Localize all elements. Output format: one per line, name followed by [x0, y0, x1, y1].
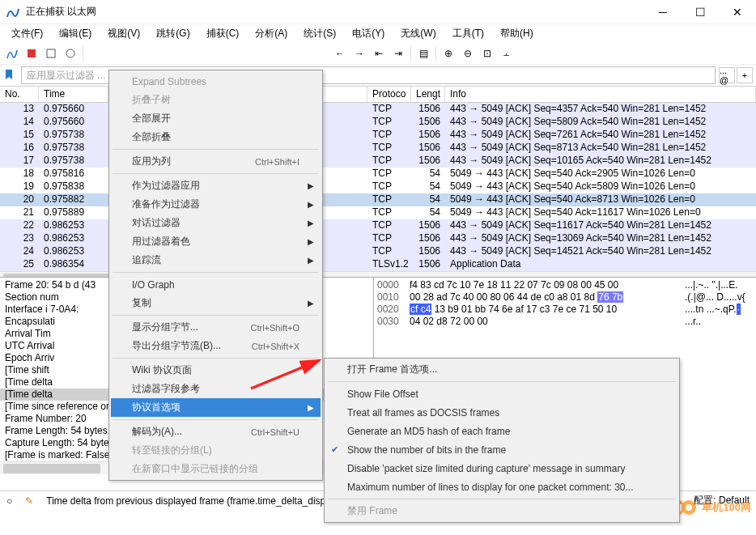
autoscroll-icon[interactable]: ▤	[414, 45, 432, 62]
stop-capture-icon[interactable]	[23, 45, 40, 62]
menu-item[interactable]: 追踪流▶	[111, 251, 321, 270]
menu-item[interactable]: 导出分组字节流(B)...Ctrl+Shift+X	[111, 337, 321, 355]
svg-point-2	[66, 49, 74, 57]
resize-cols-icon[interactable]: ⫠	[498, 45, 516, 62]
restart-capture-icon[interactable]	[42, 45, 60, 62]
start-capture-icon[interactable]	[3, 45, 21, 62]
svg-rect-1	[47, 49, 55, 57]
col-proto[interactable]: Protoco	[367, 87, 411, 102]
title-bar: 正在捕获 以太网 ─ ☐ ✕	[0, 0, 756, 24]
hex-row[interactable]: 0000f4 83 cd 7c 10 7e 18 11 22 07 7c 09 …	[374, 279, 756, 291]
menu-视图v[interactable]: 视图(V)	[100, 25, 148, 42]
menu-item[interactable]: 全部展开	[111, 109, 321, 128]
menu-编辑e[interactable]: 编辑(E)	[51, 25, 100, 42]
expert-icon[interactable]: ✎	[25, 495, 33, 507]
hex-row[interactable]: 001000 28 ad 7c 40 00 80 06 44 de c0 a8 …	[374, 291, 756, 304]
submenu-item[interactable]: 打开 Frame 首选项...	[326, 360, 677, 379]
submenu-item[interactable]: Treat all frames as DOCSIS frames	[326, 403, 677, 422]
zoom-in-icon[interactable]: ⊕	[440, 45, 457, 62]
col-info[interactable]: Info	[445, 87, 756, 102]
menu-item[interactable]: 复制▶	[111, 294, 321, 312]
capture-options-icon[interactable]	[62, 45, 79, 62]
main-toolbar: ← → ⇤ ⇥ ▤ ⊕ ⊖ ⊡ ⫠	[0, 42, 756, 65]
filter-expr-button[interactable]: ... @	[719, 67, 735, 83]
menu-item[interactable]: Wiki 协议页面	[111, 361, 321, 380]
hex-row[interactable]: 0020cf c4 13 b9 01 bb 74 6e af 17 c3 7e …	[374, 304, 756, 316]
window-title: 正在捕获 以太网	[26, 5, 644, 19]
menu-item[interactable]: 用过滤器着色▶	[111, 232, 321, 251]
menu-item[interactable]: 准备作为过滤器▶	[111, 195, 321, 214]
bookmark-icon[interactable]	[3, 69, 16, 82]
menu-统计s[interactable]: 统计(S)	[295, 25, 344, 42]
menu-无线w[interactable]: 无线(W)	[393, 25, 444, 42]
menu-工具t[interactable]: 工具(T)	[444, 25, 492, 42]
menu-item[interactable]: 解码为(A)...Ctrl+Shift+U	[111, 422, 321, 441]
filter-add-button[interactable]: +	[737, 67, 753, 83]
submenu-item[interactable]: Show File Offset	[326, 384, 677, 403]
menu-item[interactable]: I/O Graph	[111, 275, 321, 294]
menu-item[interactable]: 显示分组字节...Ctrl+Shift+O	[111, 318, 321, 337]
menu-item: Expand Subtrees	[111, 72, 321, 91]
col-len[interactable]: Lengt	[411, 87, 445, 102]
context-menu[interactable]: Expand Subtrees折叠子树全部展开全部折叠应用为列Ctrl+Shif…	[108, 70, 323, 481]
submenu-item[interactable]: Disable 'packet size limited during capt…	[326, 459, 677, 478]
menu-item[interactable]: 过滤器字段参考	[111, 380, 321, 398]
ready-icon: ○	[6, 495, 12, 507]
menu-item: 折叠子树	[111, 91, 321, 109]
goto-last-icon[interactable]: ⇤	[370, 45, 388, 62]
menu-捕获c[interactable]: 捕获(C)	[198, 25, 248, 42]
menu-item[interactable]: 全部折叠	[111, 128, 321, 146]
submenu-item: 禁用 Frame	[326, 502, 677, 520]
minimize-button[interactable]: ─	[644, 0, 682, 24]
svg-rect-0	[28, 49, 36, 57]
nav-back-icon[interactable]: ←	[331, 45, 349, 62]
submenu-item[interactable]: ✔Show the number of bits in the frame	[326, 440, 677, 459]
maximize-button[interactable]: ☐	[682, 0, 719, 24]
nav-fwd-icon[interactable]: →	[350, 45, 368, 62]
menu-文件f[interactable]: 文件(F)	[3, 25, 51, 42]
menu-item: 在新窗口中显示已链接的分组	[111, 460, 321, 478]
zoom-out-icon[interactable]: ⊖	[459, 45, 477, 62]
menu-分析a[interactable]: 分析(A)	[247, 25, 295, 42]
hex-row[interactable]: 003004 02 d8 72 00 00...r..	[374, 316, 756, 328]
submenu-item[interactable]: Maximum number of lines to display for o…	[326, 478, 677, 496]
svg-point-6	[686, 504, 692, 511]
col-no[interactable]: No.	[0, 87, 39, 102]
menu-帮助h[interactable]: 帮助(H)	[492, 25, 542, 42]
zoom-11-icon[interactable]: ⊡	[478, 45, 496, 62]
menu-电话y[interactable]: 电话(Y)	[344, 25, 393, 42]
menu-跳转g[interactable]: 跳转(G)	[148, 25, 197, 42]
col-time[interactable]: Time	[39, 87, 108, 102]
submenu-item[interactable]: Generate an MD5 hash of each frame	[326, 422, 677, 440]
menu-item[interactable]: 应用为列Ctrl+Shift+I	[111, 152, 321, 171]
menu-bar: 文件(F)编辑(E)视图(V)跳转(G)捕获(C)分析(A)统计(S)电话(Y)…	[0, 24, 756, 42]
menu-item[interactable]: 对话过滤器▶	[111, 214, 321, 232]
protocol-prefs-submenu[interactable]: 打开 Frame 首选项...Show File OffsetTreat all…	[324, 358, 680, 523]
goto-first-icon[interactable]: ⇥	[389, 45, 407, 62]
menu-item[interactable]: 协议首选项▶	[111, 398, 321, 417]
menu-item[interactable]: 作为过滤器应用▶	[111, 176, 321, 195]
app-icon	[5, 4, 21, 20]
close-button[interactable]: ✕	[719, 0, 756, 24]
menu-item: 转至链接的分组(L)	[111, 441, 321, 460]
